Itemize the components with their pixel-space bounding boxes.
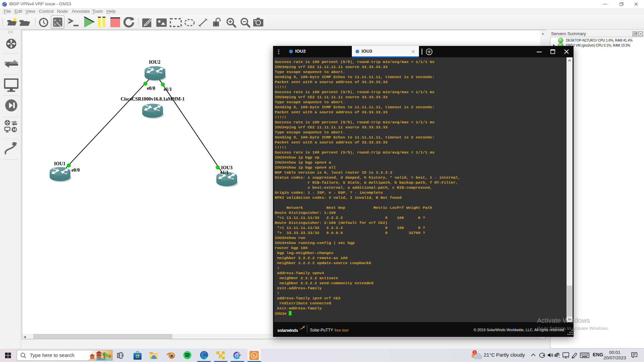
svg-text:e1/1: e1/1: [220, 170, 229, 175]
svg-text:b: b: [54, 23, 56, 26]
svg-text:IOU1: IOU1: [54, 161, 65, 166]
svg-text:e1/1: e1/1: [164, 86, 172, 92]
svg-text:e0/0: e0/0: [147, 85, 155, 91]
svg-text:CiscoCSR1000v16.8.1aMHM-1: CiscoCSR1000v16.8.1aMHM-1: [121, 96, 185, 102]
svg-text:e0/0: e0/0: [71, 167, 80, 173]
svg-text:1: 1: [474, 351, 476, 354]
svg-text:a: a: [54, 18, 56, 22]
svg-text:c: c: [59, 18, 61, 22]
svg-text:IOU2: IOU2: [149, 59, 160, 65]
